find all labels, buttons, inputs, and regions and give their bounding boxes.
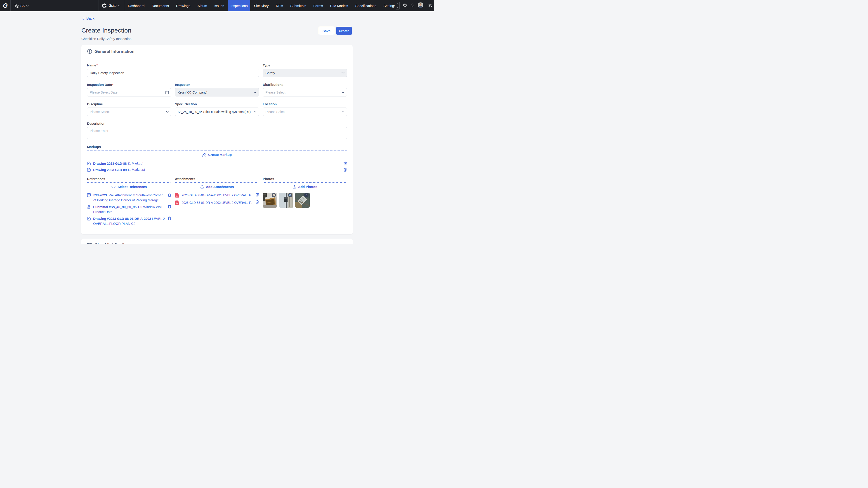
svg-text:?: ? xyxy=(88,194,90,196)
